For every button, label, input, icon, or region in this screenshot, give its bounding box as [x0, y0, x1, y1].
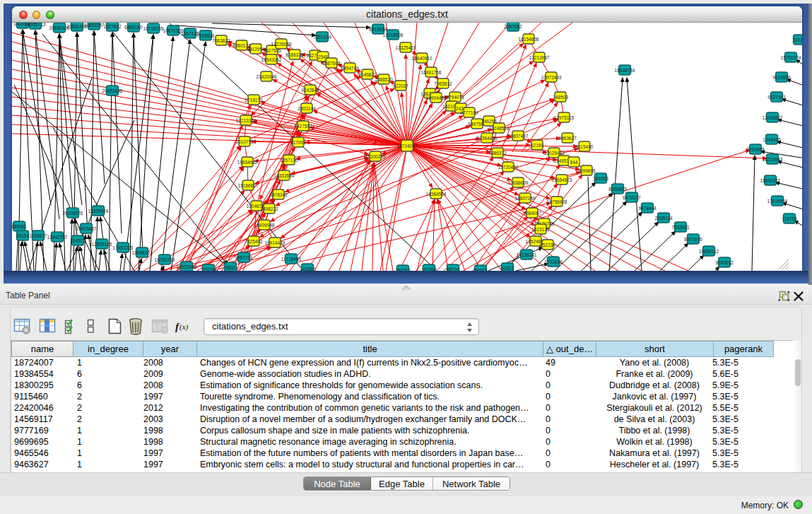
- svg-text:12923448: 12923448: [177, 264, 197, 269]
- svg-text:8215955: 8215955: [746, 147, 765, 152]
- svg-text:9474444: 9474444: [638, 206, 657, 211]
- svg-text:8938923: 8938923: [608, 187, 627, 192]
- svg-text:9699695: 9699695: [577, 168, 596, 173]
- svg-text:12942737: 12942737: [47, 235, 68, 240]
- svg-text:15300275: 15300275: [365, 154, 386, 159]
- svg-text:6466160: 6466160: [124, 25, 143, 30]
- svg-text:8813054: 8813054: [369, 27, 387, 32]
- svg-text:12975115: 12975115: [554, 115, 575, 120]
- svg-text:164095: 164095: [593, 176, 608, 181]
- svg-text:844: 844: [570, 160, 578, 165]
- svg-text:11716485: 11716485: [281, 257, 302, 262]
- svg-text:822037: 822037: [393, 83, 408, 88]
- svg-text:12213967: 12213967: [529, 55, 550, 60]
- svg-text:13226058: 13226058: [271, 42, 292, 47]
- svg-text:12093822: 12093822: [763, 115, 783, 120]
- svg-text:16543362: 16543362: [261, 57, 282, 62]
- svg-text:19218506: 19218506: [383, 33, 404, 37]
- svg-text:9084067: 9084067: [523, 211, 541, 216]
- svg-text:19904485: 19904485: [426, 95, 447, 100]
- svg-text:2718170: 2718170: [245, 98, 263, 103]
- svg-text:14136141: 14136141: [517, 252, 537, 257]
- svg-text:2087682: 2087682: [504, 24, 522, 29]
- svg-text:10654112: 10654112: [699, 249, 719, 254]
- svg-text:39154: 39154: [16, 233, 29, 238]
- svg-text:23420046: 23420046: [257, 74, 277, 79]
- svg-text:16210643: 16210643: [763, 157, 783, 162]
- svg-text:748503: 748503: [553, 95, 568, 100]
- svg-text:83921: 83921: [501, 266, 514, 271]
- svg-text:9794078: 9794078: [446, 95, 464, 100]
- svg-text:10975887: 10975887: [76, 226, 97, 231]
- svg-text:13325419: 13325419: [396, 45, 416, 50]
- svg-text:18724007: 18724007: [397, 144, 418, 148]
- svg-text:15692971: 15692971: [760, 178, 781, 183]
- svg-text:20053346: 20053346: [102, 88, 123, 93]
- svg-text:7663822: 7663822: [212, 38, 230, 43]
- svg-text:18807249: 18807249: [515, 196, 536, 201]
- svg-text:1527602: 1527602: [103, 24, 122, 29]
- svg-text:16961758: 16961758: [421, 70, 442, 75]
- svg-text:(x): (x): [180, 322, 189, 332]
- svg-text:9777169: 9777169: [460, 110, 478, 115]
- svg-text:10719155: 10719155: [143, 26, 164, 31]
- svg-text:12213369: 12213369: [236, 118, 257, 123]
- svg-text:9657791: 9657791: [235, 255, 253, 260]
- svg-text:8471676: 8471676: [684, 237, 702, 242]
- svg-text:7632621: 7632621: [671, 225, 690, 230]
- svg-text:19384554: 19384554: [426, 192, 447, 197]
- svg-text:16154808: 16154808: [519, 37, 539, 42]
- svg-text:15720407: 15720407: [498, 165, 519, 170]
- svg-text:7515526: 7515526: [196, 33, 215, 38]
- svg-text:18640910: 18640910: [412, 56, 433, 61]
- svg-text:10958107: 10958107: [132, 250, 153, 255]
- svg-text:19654923: 19654923: [552, 177, 572, 182]
- svg-text:8454749: 8454749: [341, 66, 359, 71]
- svg-text:9832: 9832: [225, 265, 236, 270]
- svg-text:19756928: 19756928: [547, 199, 567, 204]
- svg-text:9129966: 9129966: [772, 75, 791, 80]
- svg-text:19654982: 19654982: [237, 160, 258, 165]
- svg-text:21364436: 21364436: [477, 136, 498, 141]
- svg-text:1010755: 1010755: [235, 139, 254, 144]
- svg-text:2867608: 2867608: [322, 61, 341, 66]
- svg-text:6479197: 6479197: [623, 195, 641, 200]
- svg-text:1733426: 1733426: [544, 259, 563, 264]
- svg-text:17957265: 17957265: [113, 245, 134, 250]
- svg-text:16914479: 16914479: [265, 240, 286, 245]
- svg-text:9427552: 9427552: [294, 124, 312, 129]
- svg-text:9146821: 9146821: [358, 72, 377, 77]
- svg-text:5878342: 5878342: [269, 192, 288, 197]
- svg-text:7386372: 7386372: [488, 151, 507, 156]
- svg-text:9227343: 9227343: [767, 95, 786, 100]
- svg-text:10025433: 10025433: [544, 151, 565, 156]
- svg-text:12359924: 12359924: [88, 209, 109, 214]
- svg-text:817004: 817004: [290, 140, 306, 145]
- svg-text:7857224: 7857224: [313, 35, 331, 40]
- svg-text:7955812: 7955812: [434, 81, 452, 86]
- svg-text:16248514: 16248514: [489, 126, 510, 131]
- svg-text:16782759: 16782759: [155, 257, 175, 262]
- svg-text:14353594: 14353594: [274, 173, 295, 178]
- svg-text:16648784: 16648784: [615, 68, 635, 73]
- svg-text:9115460: 9115460: [576, 144, 594, 149]
- svg-text:10807487: 10807487: [508, 134, 529, 139]
- svg-text:26206576: 26206576: [63, 211, 83, 216]
- svg-text:10973493: 10973493: [541, 75, 562, 80]
- svg-text:1615132: 1615132: [531, 227, 550, 232]
- svg-text:1388520: 1388520: [375, 77, 393, 82]
- svg-text:7625402: 7625402: [245, 239, 263, 244]
- svg-text:252234: 252234: [540, 243, 555, 247]
- svg-text:9463627: 9463627: [558, 136, 577, 141]
- svg-text:9245612: 9245612: [715, 260, 734, 265]
- svg-text:2803144: 2803144: [298, 106, 316, 111]
- svg-text:8912954: 8912954: [247, 47, 265, 52]
- svg-text:10853257: 10853257: [84, 23, 105, 28]
- svg-text:19166827: 19166827: [238, 183, 259, 188]
- svg-text:1244415: 1244415: [763, 137, 781, 142]
- svg-text:10688609: 10688609: [508, 180, 529, 185]
- svg-text:15409948: 15409948: [254, 223, 275, 228]
- svg-text:8186328: 8186328: [286, 52, 304, 57]
- svg-text:985061: 985061: [12, 224, 27, 229]
- svg-text:3267130: 3267130: [280, 158, 298, 163]
